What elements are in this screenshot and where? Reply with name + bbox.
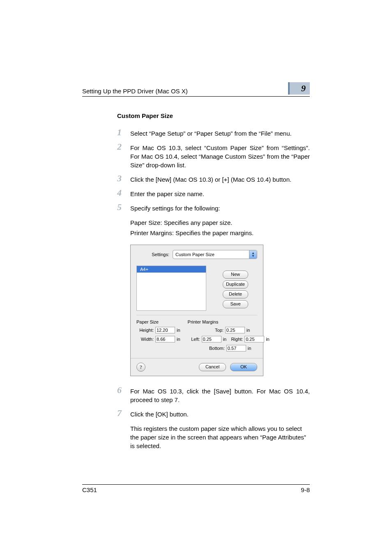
settings-label: Settings: bbox=[136, 252, 169, 257]
bottom-label: Bottom: bbox=[206, 346, 225, 351]
top-unit: in bbox=[247, 328, 250, 333]
top-label: Top: bbox=[207, 328, 224, 333]
bottom-input[interactable] bbox=[226, 345, 246, 352]
paper-size-title: Paper Size bbox=[136, 319, 180, 324]
step-text-7: Click the [OK] button. bbox=[130, 410, 189, 419]
height-label: Height: bbox=[136, 328, 154, 333]
step-text-1: Select “Page Setup” or “Paper Setup” fro… bbox=[130, 129, 292, 138]
step-number-2: 2 bbox=[117, 142, 130, 151]
step-number-5: 5 bbox=[117, 203, 130, 212]
help-button[interactable]: ? bbox=[136, 363, 145, 372]
left-unit: in bbox=[223, 337, 227, 342]
step-text-5: Specify settings for the following: bbox=[130, 204, 220, 213]
printer-margins-title: Printer Margins bbox=[188, 319, 270, 324]
bottom-unit: in bbox=[248, 346, 251, 351]
ok-button[interactable]: OK bbox=[230, 363, 257, 371]
width-label: Width: bbox=[136, 337, 154, 342]
right-input[interactable] bbox=[244, 336, 264, 342]
step-text-2: For Mac OS 10.3, select “Custom Paper Si… bbox=[130, 143, 310, 169]
step-7-extra-1: This registers the custom paper size whi… bbox=[130, 424, 310, 450]
chapter-badge: 9 bbox=[288, 82, 310, 95]
step-number-3: 3 bbox=[117, 174, 130, 183]
footer-page-number: 9-8 bbox=[301, 486, 310, 493]
duplicate-button[interactable]: Duplicate bbox=[223, 280, 248, 289]
cancel-button[interactable]: Cancel bbox=[199, 363, 226, 371]
settings-select[interactable]: Custom Paper Size ▲▼ bbox=[173, 250, 257, 259]
height-unit: in bbox=[177, 328, 180, 333]
step-text-6: For Mac OS 10.3, click the [Save] button… bbox=[130, 387, 310, 404]
paper-size-list[interactable]: A4+ bbox=[136, 266, 206, 311]
step-number-6: 6 bbox=[117, 386, 130, 395]
width-input[interactable] bbox=[155, 336, 175, 342]
step-text-3: Click the [New] (Mac OS 10.3) or [+] (Ma… bbox=[130, 175, 291, 184]
left-label: Left: bbox=[188, 337, 200, 342]
step-number-7: 7 bbox=[117, 409, 130, 418]
settings-select-value: Custom Paper Size bbox=[173, 250, 249, 259]
step-text-4: Enter the paper size name. bbox=[130, 190, 204, 198]
width-unit: in bbox=[177, 337, 180, 342]
new-button[interactable]: New bbox=[223, 271, 248, 279]
right-unit: in bbox=[266, 337, 270, 342]
footer-model: C351 bbox=[82, 486, 97, 493]
running-header: Setting Up the PPD Driver (Mac OS X) bbox=[82, 88, 188, 95]
height-input[interactable] bbox=[155, 327, 175, 333]
custom-paper-size-dialog: Settings: Custom Paper Size ▲▼ A4+ New D… bbox=[130, 245, 310, 376]
paper-size-list-item-selected[interactable]: A4+ bbox=[137, 266, 206, 273]
step-5-extra-1: Paper Size: Specifies any paper size. bbox=[130, 218, 310, 227]
step-number-1: 1 bbox=[117, 128, 130, 137]
step-5-extra-2: Printer Margins: Specifies the paper mar… bbox=[130, 229, 310, 237]
delete-button[interactable]: Delete bbox=[223, 290, 248, 298]
section-title: Custom Paper Size bbox=[117, 112, 310, 119]
step-number-4: 4 bbox=[117, 188, 130, 197]
left-input[interactable] bbox=[202, 336, 221, 342]
top-input[interactable] bbox=[225, 327, 245, 333]
save-button[interactable]: Save bbox=[223, 300, 248, 308]
right-label: Right: bbox=[229, 337, 243, 342]
select-arrows-icon: ▲▼ bbox=[249, 250, 257, 259]
